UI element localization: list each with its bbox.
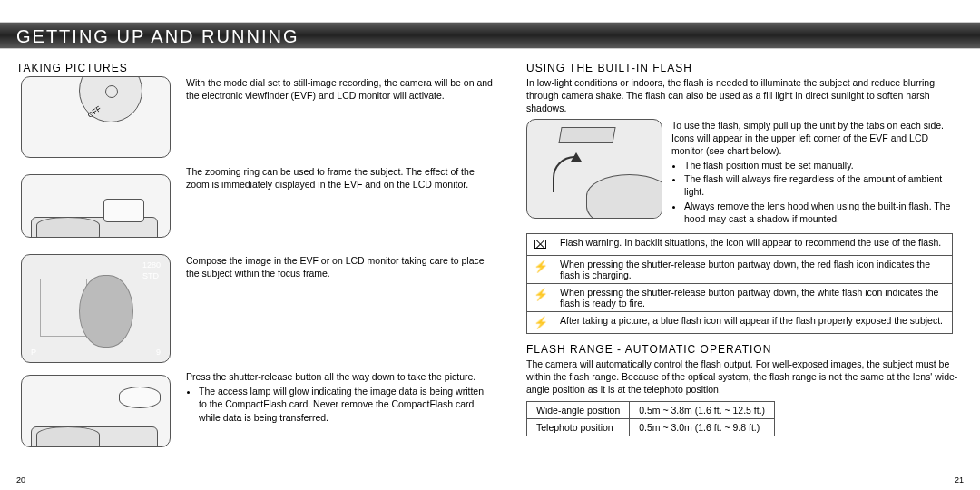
table-row: ⚡When pressing the shutter-release butto… [527, 283, 953, 311]
flash-ok-icon: ⚡ [527, 311, 554, 333]
text-shutter: Press the shutter-release button all the… [186, 370, 493, 425]
heading-flash: USING THE BUILT-IN FLASH [526, 62, 960, 74]
flash-warning-icon: ⌧ [527, 233, 554, 255]
table-row: ⚡When pressing the shutter-release butto… [527, 255, 953, 283]
text-flash-use: To use the flash, simply pull up the uni… [671, 119, 960, 226]
text-compose: Compose the image in the EVF or on LCD m… [186, 254, 493, 279]
row-mode-dial: OFF With the mode dial set to still-imag… [16, 76, 493, 158]
page-right: USING THE BUILT-IN FLASH In low-light co… [526, 54, 960, 436]
flash-charging-icon: ⚡ [527, 255, 554, 283]
row-compose: 1280 STD P 9 Compose the image in the EV… [16, 254, 493, 363]
intro-flash: In low-light conditions or indoors, the … [526, 76, 960, 115]
row-shutter: Press the shutter-release button all the… [16, 370, 493, 452]
text-zoom: The zooming ring can be used to frame th… [186, 165, 493, 191]
illus-flash-up [526, 119, 662, 219]
row-flash-use: To use the flash, simply pull up the uni… [526, 119, 960, 226]
flash-ready-icon: ⚡ [527, 283, 554, 311]
flash-range-table: Wide-angle position0.5m ~ 3.8m (1.6 ft. … [526, 401, 775, 436]
illus-evf: 1280 STD P 9 [21, 254, 171, 363]
text-mode-dial: With the mode dial set to still-image re… [186, 76, 493, 102]
table-row: Telephoto position0.5m ~ 3.0m (1.6 ft. ~… [527, 419, 775, 436]
table-row: ⚡After taking a picture, a blue flash ic… [527, 311, 953, 333]
row-zoom: The zooming ring can be used to frame th… [16, 165, 493, 247]
illus-shutter [21, 375, 171, 447]
banner-title: GETTING UP AND RUNNING [0, 22, 980, 49]
table-row: Wide-angle position0.5m ~ 3.8m (1.6 ft. … [527, 402, 775, 419]
page-left: TAKING PICTURES OFF With the mode dial s… [16, 54, 493, 459]
table-row: ⌧Flash warning. In backlit situations, t… [527, 233, 953, 255]
page-number-right: 21 [955, 475, 964, 485]
heading-flash-range: FLASH RANGE - AUTOMATIC OPERATION [526, 343, 960, 356]
flash-icon-table: ⌧Flash warning. In backlit situations, t… [526, 233, 953, 334]
illus-zoom [21, 174, 171, 238]
page-number-left: 20 [16, 475, 25, 485]
illus-mode-dial: OFF [21, 76, 171, 158]
intro-flash-range: The camera will automatically control th… [526, 358, 960, 397]
heading-taking-pictures: TAKING PICTURES [16, 62, 493, 74]
